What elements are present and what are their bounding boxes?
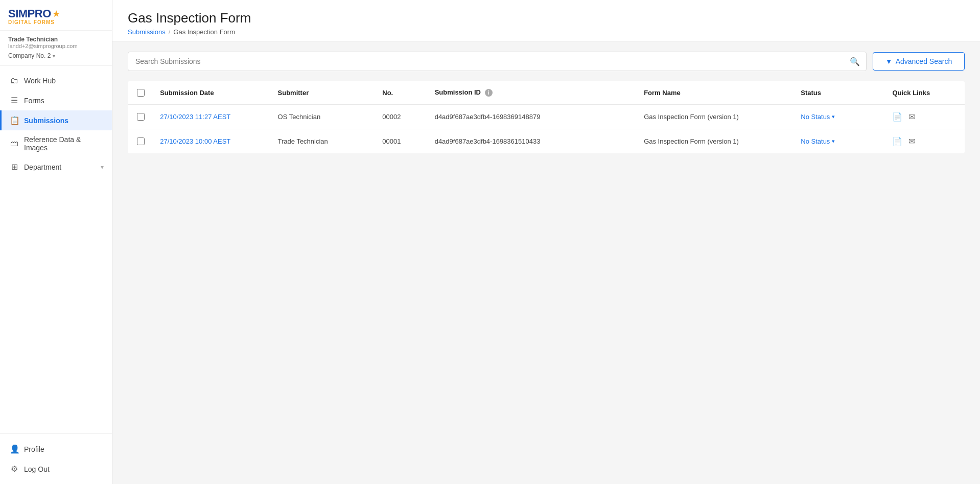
table-row: 27/10/2023 11:27 AEST OS Technician 0000…: [128, 104, 965, 129]
nav-items: 🗂 Work Hub ☰ Forms 📋 Submissions 🗃 Refer…: [0, 66, 112, 433]
submissions-tbody: 27/10/2023 11:27 AEST OS Technician 0000…: [128, 104, 965, 153]
search-bar-row: 🔍 ▼ Advanced Search: [128, 52, 965, 71]
submissions-table: Submission Date Submitter No. Submission…: [128, 81, 965, 153]
status-cell: No Status ▾: [795, 104, 886, 129]
sidebar-item-forms[interactable]: ☰ Forms: [0, 90, 112, 110]
col-header-submitter: Submitter: [272, 81, 377, 104]
table-header-row: Submission Date Submitter No. Submission…: [128, 81, 965, 104]
work-hub-icon: 🗂: [10, 76, 19, 85]
sidebar-item-logout[interactable]: ⚙ Log Out: [0, 459, 112, 479]
search-button[interactable]: 🔍: [850, 57, 860, 66]
form-name-cell: Gas Inspection Form (version 1): [638, 129, 795, 154]
submission-id-info-icon[interactable]: i: [485, 89, 493, 97]
select-all-checkbox[interactable]: [137, 89, 145, 97]
submissions-table-container: Submission Date Submitter No. Submission…: [128, 81, 965, 153]
brand-star: ★: [52, 8, 60, 19]
col-header-check: [128, 81, 154, 104]
user-info: Trade Technician landd+2@simprogroup.com…: [0, 31, 112, 66]
status-cell: No Status ▾: [795, 129, 886, 154]
user-email: landd+2@simprogroup.com: [8, 43, 104, 49]
table-row: 27/10/2023 10:00 AEST Trade Technician 0…: [128, 129, 965, 154]
status-chevron-icon-1: ▾: [832, 138, 835, 145]
department-chevron-icon: ▾: [101, 164, 104, 171]
breadcrumb-current: Gas Inspection Form: [173, 28, 235, 36]
sidebar: SIMPRO ★ DIGITAL FORMS Trade Technician …: [0, 0, 112, 484]
breadcrumb-separator: /: [169, 28, 171, 36]
search-wrapper: 🔍: [128, 52, 867, 71]
company-name: Company No. 2: [8, 52, 51, 59]
forms-icon: ☰: [10, 96, 19, 105]
quick-links-cell: 📄 ✉: [886, 104, 965, 129]
sidebar-label-submissions: Submissions: [24, 117, 104, 125]
status-badge-1[interactable]: No Status ▾: [801, 137, 835, 145]
row-checkbox-cell: [128, 104, 154, 129]
company-select[interactable]: Company No. 2 ▾: [8, 52, 104, 59]
sidebar-item-department[interactable]: ⊞ Department ▾: [0, 157, 112, 177]
row-checkbox-0[interactable]: [137, 113, 145, 121]
submission-id-cell: d4ad9f687ae3dfb4-1698361510433: [429, 129, 638, 154]
pdf-icon-1[interactable]: 📄: [892, 136, 902, 146]
search-input[interactable]: [128, 52, 866, 71]
col-header-status: Status: [795, 81, 886, 104]
user-role: Trade Technician: [8, 36, 104, 43]
sidebar-item-submissions[interactable]: 📋 Submissions: [0, 110, 112, 130]
row-checkbox-1[interactable]: [137, 137, 145, 145]
advanced-search-button[interactable]: ▼ Advanced Search: [873, 52, 965, 71]
submission-date-link-1[interactable]: 27/10/2023 10:00 AEST: [160, 137, 230, 145]
advanced-search-label: Advanced Search: [896, 57, 952, 65]
nav-bottom: 👤 Profile ⚙ Log Out: [0, 433, 112, 484]
company-chevron-icon: ▾: [53, 53, 55, 59]
sidebar-item-reference-data[interactable]: 🗃 Reference Data & Images: [0, 130, 112, 157]
sidebar-label-forms: Forms: [24, 97, 104, 105]
col-header-id: Submission ID i: [429, 81, 638, 104]
status-chevron-icon-0: ▾: [832, 113, 835, 120]
filter-icon: ▼: [885, 57, 893, 65]
submission-no-cell: 00002: [376, 104, 428, 129]
submission-date-cell: 27/10/2023 10:00 AEST: [154, 129, 271, 154]
email-icon-0[interactable]: ✉: [908, 112, 915, 122]
form-name-cell: Gas Inspection Form (version 1): [638, 104, 795, 129]
reference-data-icon: 🗃: [10, 139, 19, 148]
brand-subtitle: DIGITAL FORMS: [8, 19, 104, 25]
col-header-quicklinks: Quick Links: [886, 81, 965, 104]
content-area: 🔍 ▼ Advanced Search Submission Dat: [112, 41, 980, 484]
col-header-no: No.: [376, 81, 428, 104]
logo-area: SIMPRO ★ DIGITAL FORMS: [0, 0, 112, 31]
page-title: Gas Inspection Form: [128, 10, 965, 26]
submission-no-cell: 00001: [376, 129, 428, 154]
submission-date-cell: 27/10/2023 11:27 AEST: [154, 104, 271, 129]
sidebar-label-reference-data: Reference Data & Images: [24, 135, 104, 152]
breadcrumb-submissions-link[interactable]: Submissions: [128, 28, 166, 36]
brand-name: SIMPRO: [8, 8, 51, 19]
sidebar-label-department: Department: [24, 163, 96, 171]
submissions-icon: 📋: [10, 116, 19, 125]
sidebar-label-work-hub: Work Hub: [24, 77, 104, 85]
logout-icon: ⚙: [10, 464, 19, 474]
col-header-date: Submission Date: [154, 81, 271, 104]
breadcrumb: Submissions / Gas Inspection Form: [128, 28, 965, 36]
row-checkbox-cell: [128, 129, 154, 154]
quick-links-cell: 📄 ✉: [886, 129, 965, 154]
profile-icon: 👤: [10, 444, 19, 454]
col-header-formname: Form Name: [638, 81, 795, 104]
sidebar-item-work-hub[interactable]: 🗂 Work Hub: [0, 71, 112, 90]
submission-date-link-0[interactable]: 27/10/2023 11:27 AEST: [160, 113, 230, 121]
department-icon: ⊞: [10, 162, 19, 172]
top-bar: Gas Inspection Form Submissions / Gas In…: [112, 0, 980, 41]
submitter-cell: OS Technician: [272, 104, 377, 129]
sidebar-item-profile[interactable]: 👤 Profile: [0, 439, 112, 459]
submitter-cell: Trade Technician: [272, 129, 377, 154]
sidebar-label-profile: Profile: [24, 445, 104, 453]
sidebar-label-logout: Log Out: [24, 465, 104, 473]
email-icon-1[interactable]: ✉: [908, 136, 915, 146]
pdf-icon-0[interactable]: 📄: [892, 112, 902, 122]
main-content: Gas Inspection Form Submissions / Gas In…: [112, 0, 980, 484]
submission-id-cell: d4ad9f687ae3dfb4-1698369148879: [429, 104, 638, 129]
status-badge-0[interactable]: No Status ▾: [801, 113, 835, 121]
